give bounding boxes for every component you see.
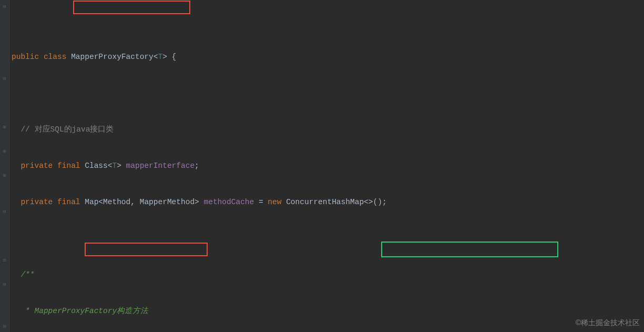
javadoc-line: * MapperProxyFactory构造方法	[12, 305, 644, 317]
fold-icon[interactable]: ⊟	[2, 77, 7, 82]
fold-icon[interactable]: ⊞	[2, 149, 7, 154]
highlight-box-proxy-call	[85, 243, 208, 256]
code-line: private final Class<T> mapperInterface;	[12, 160, 644, 172]
code-line: // 对应SQL的java接口类	[12, 124, 644, 136]
javadoc-line: /**	[12, 269, 644, 281]
fold-icon[interactable]: ⊞	[2, 125, 7, 130]
fold-icon[interactable]: ⊟	[2, 283, 7, 287]
fold-icon[interactable]: ⊡	[2, 325, 7, 329]
fold-icon[interactable]: ⊡	[2, 258, 7, 263]
code-line: public class MapperProxyFactory<T> {	[12, 51, 644, 63]
code-area[interactable]: public class MapperProxyFactory<T> { // …	[9, 0, 644, 332]
gutter[interactable]: ⊟ ⊟ ⊞ ⊞ ⊞ ⊟ ⊡ ⊟ ⊡	[0, 0, 9, 332]
fold-icon[interactable]: ⊞	[2, 174, 7, 178]
fold-icon[interactable]: ⊟	[2, 5, 7, 9]
highlight-box-class-name	[73, 1, 190, 14]
code-editor: ⊟ ⊟ ⊞ ⊞ ⊞ ⊟ ⊡ ⊟ ⊡ public class MapperPro…	[0, 0, 644, 332]
code-line: private final Map<Method, MapperMethod> …	[12, 196, 644, 208]
fold-icon[interactable]: ⊟	[2, 210, 7, 215]
watermark: ©稀土掘金技术社区	[576, 317, 640, 329]
